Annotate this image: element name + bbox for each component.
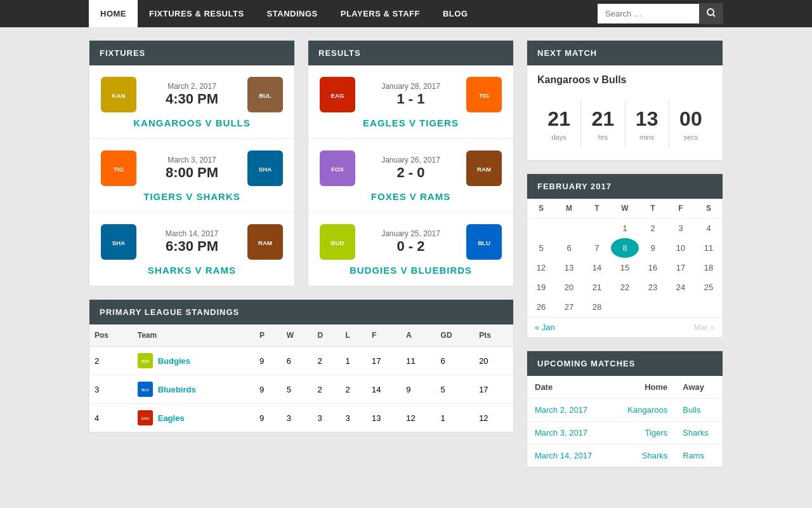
- standings-team-link[interactable]: Eagles: [158, 413, 185, 423]
- count-mins-num: 13: [632, 107, 662, 131]
- next-match-card: NEXT MATCH Kangaroos v Bulls 21 days 21 …: [527, 40, 723, 161]
- nav-players[interactable]: PLAYERS & STAFF: [329, 0, 431, 27]
- calendar-day[interactable]: 5: [527, 238, 555, 258]
- upcoming-date[interactable]: March 14, 2017: [527, 444, 612, 467]
- calendar-day[interactable]: 28: [583, 297, 611, 317]
- standings-team: BLU Bluebirds: [133, 375, 254, 404]
- svg-text:FOX: FOX: [331, 166, 344, 173]
- result-teams-1: EAG January 28, 2017 1 - 1: [318, 76, 503, 114]
- upcoming-home[interactable]: Kangaroos: [612, 399, 676, 422]
- search-input[interactable]: [598, 4, 699, 23]
- upcoming-away[interactable]: Rams: [675, 444, 723, 467]
- upcoming-home[interactable]: Sharks: [612, 444, 676, 467]
- calendar-day[interactable]: 2: [639, 218, 667, 239]
- calendar-day[interactable]: 6: [555, 238, 583, 258]
- calendar-day[interactable]: 18: [695, 258, 723, 277]
- calendar-day[interactable]: 25: [695, 277, 723, 297]
- nav-fixtures[interactable]: FIXTURES & RESULTS: [138, 0, 256, 27]
- calendar-day[interactable]: 8: [611, 238, 639, 258]
- upcoming-date[interactable]: March 2, 2017: [527, 399, 612, 422]
- standings-team: EAG Eagles: [133, 404, 254, 432]
- standings-pos: 4: [89, 404, 133, 432]
- standings-row: 3 BLU Bluebirds 9 5 2 2 14 9 5 17: [89, 375, 513, 404]
- calendar-day[interactable]: 7: [583, 238, 611, 258]
- calendar-day[interactable]: 16: [639, 258, 667, 277]
- search-button[interactable]: [699, 3, 723, 24]
- calendar-day[interactable]: 26: [527, 297, 555, 317]
- result-away-logo-1: TIG: [465, 76, 503, 114]
- result-date-3: January 25, 2017: [357, 229, 465, 238]
- nav-home[interactable]: HOME: [89, 0, 138, 27]
- count-secs-label: secs: [676, 133, 706, 141]
- upcoming-date[interactable]: March 3, 2017: [527, 422, 612, 444]
- svg-text:SHA: SHA: [112, 239, 125, 246]
- calendar-day[interactable]: 27: [555, 297, 583, 317]
- svg-text:BUD: BUD: [141, 359, 149, 363]
- result-home-logo-2: FOX: [318, 149, 357, 187]
- calendar-navigation: « Jan Mar »: [527, 317, 723, 337]
- standings-team-link[interactable]: Budgies: [158, 356, 190, 366]
- upcoming-col-home: Home: [612, 376, 676, 399]
- calendar-day[interactable]: 14: [583, 258, 611, 277]
- calendar-day[interactable]: 19: [527, 277, 555, 297]
- fixture-away-logo-2: SHA: [246, 149, 284, 187]
- result-score-1: 1 - 1: [357, 91, 465, 107]
- cal-day-s1: S: [527, 199, 555, 218]
- svg-text:RAM: RAM: [258, 239, 272, 246]
- standings-a: 12: [401, 404, 435, 432]
- calendar-day[interactable]: 22: [611, 277, 639, 297]
- calendar-day[interactable]: 9: [639, 238, 667, 258]
- calendar-table: S M T W T F S 12345678910111213141516171…: [527, 199, 723, 317]
- calendar-day[interactable]: 20: [555, 277, 583, 297]
- standings-header-row: Pos Team P W D L F A GD Pts: [89, 324, 513, 347]
- fixture-date-3: March 14, 2017: [138, 229, 246, 238]
- calendar-day[interactable]: 10: [667, 238, 695, 258]
- col-f: F: [367, 324, 401, 347]
- calendar-day[interactable]: 11: [695, 238, 723, 258]
- upcoming-away[interactable]: Sharks: [675, 422, 723, 444]
- calendar-day[interactable]: 13: [555, 258, 583, 277]
- col-pos: Pos: [89, 324, 133, 347]
- page-content: FIXTURES KAN March 2, 201: [0, 27, 812, 480]
- fixture-date-2: March 3, 2017: [138, 156, 246, 164]
- nav-standings[interactable]: STANDINGS: [256, 0, 329, 27]
- fixture-teams-3: SHA March 14, 2017 6:30 PM: [100, 223, 284, 261]
- nav-blog[interactable]: BLOG: [431, 0, 480, 27]
- result-away-logo-3: BLU: [465, 223, 503, 261]
- search-form: [598, 3, 723, 24]
- standings-card: PRIMARY LEAGUE STANDINGS Pos Team P W D …: [89, 299, 514, 432]
- main-column: FIXTURES KAN March 2, 201: [89, 40, 514, 467]
- calendar-week-row: 1234: [527, 218, 723, 239]
- standings-team-link[interactable]: Bluebirds: [158, 385, 196, 394]
- col-l: L: [340, 324, 367, 347]
- standings-gd: 5: [436, 375, 475, 404]
- count-days: 21 days: [537, 101, 581, 147]
- calendar-day[interactable]: 17: [667, 258, 695, 277]
- cal-day-t2: T: [639, 199, 667, 218]
- calendar-header: FEBRUARY 2017: [527, 174, 723, 199]
- calendar-prev[interactable]: « Jan: [535, 323, 555, 332]
- calendar-day[interactable]: 15: [611, 258, 639, 277]
- svg-text:TIG: TIG: [479, 92, 489, 99]
- fixture-time-1: 4:30 PM: [138, 91, 246, 107]
- standings-p: 9: [254, 347, 282, 375]
- svg-text:SHA: SHA: [259, 166, 272, 173]
- calendar-day[interactable]: 1: [611, 218, 639, 239]
- col-gd: GD: [436, 324, 475, 347]
- calendar-day[interactable]: 21: [583, 277, 611, 297]
- calendar-day: [527, 218, 555, 239]
- result-title-3: BUDGIES V BLUEBIRDS: [350, 265, 472, 276]
- svg-point-0: [707, 9, 714, 15]
- count-hrs: 21 hrs: [581, 101, 625, 147]
- calendar-day[interactable]: 24: [667, 277, 695, 297]
- count-mins-label: mins: [632, 133, 662, 141]
- calendar-day[interactable]: 12: [527, 258, 555, 277]
- upcoming-away[interactable]: Bulls: [675, 399, 723, 422]
- calendar-week-row: 12131415161718: [527, 258, 723, 277]
- calendar-day[interactable]: 4: [695, 218, 723, 239]
- upcoming-home[interactable]: Tigers: [612, 422, 676, 444]
- standings-pos: 3: [89, 375, 133, 404]
- calendar-day[interactable]: 23: [639, 277, 667, 297]
- calendar-day[interactable]: 3: [667, 218, 695, 239]
- standings-gd: 1: [436, 404, 475, 432]
